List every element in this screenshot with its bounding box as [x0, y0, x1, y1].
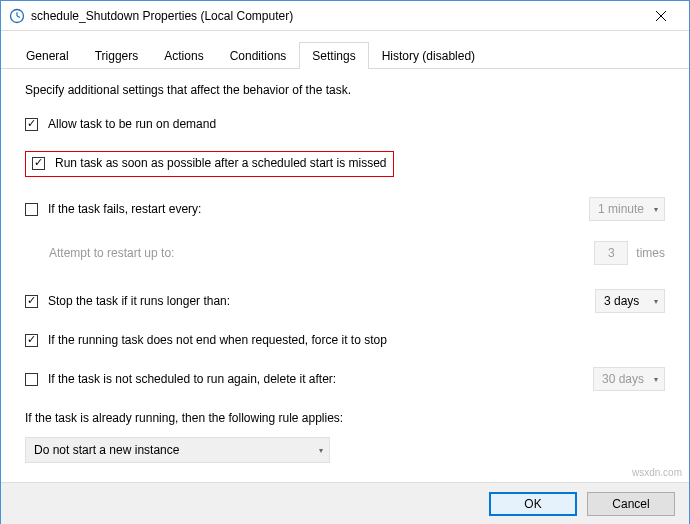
titlebar: schedule_Shutdown Properties (Local Comp…: [1, 1, 689, 31]
combo-delete-after-value: 30 days: [602, 372, 644, 386]
combo-delete-after[interactable]: 30 days ▾: [593, 367, 665, 391]
chevron-down-icon: ▾: [654, 205, 658, 214]
label-stop-if-longer: Stop the task if it runs longer than:: [48, 294, 230, 308]
tab-general[interactable]: General: [13, 42, 82, 69]
chevron-down-icon: ▾: [654, 375, 658, 384]
tab-actions[interactable]: Actions: [151, 42, 216, 69]
combo-stop-if-longer[interactable]: 3 days ▾: [595, 289, 665, 313]
label-times: times: [636, 246, 665, 260]
combo-run-rule-value: Do not start a new instance: [34, 443, 179, 457]
label-delete-after: If the task is not scheduled to run agai…: [48, 372, 336, 386]
checkbox-allow-on-demand[interactable]: [25, 118, 38, 131]
tab-triggers[interactable]: Triggers: [82, 42, 152, 69]
chevron-down-icon: ▾: [319, 446, 323, 455]
combo-restart-every-value: 1 minute: [598, 202, 644, 216]
combo-restart-every[interactable]: 1 minute ▾: [589, 197, 665, 221]
chevron-down-icon: ▾: [654, 297, 658, 306]
tab-history[interactable]: History (disabled): [369, 42, 488, 69]
tab-settings[interactable]: Settings: [299, 42, 368, 69]
label-force-stop: If the running task does not end when re…: [48, 333, 387, 347]
checkbox-run-after-missed[interactable]: [32, 157, 45, 170]
clock-icon: [9, 8, 25, 24]
dialog-footer: OK Cancel: [1, 482, 689, 524]
label-restart-every: If the task fails, restart every:: [48, 202, 201, 216]
ok-button[interactable]: OK: [489, 492, 577, 516]
close-icon: [656, 11, 666, 21]
combo-run-rule[interactable]: Do not start a new instance ▾: [25, 437, 330, 463]
settings-panel: Specify additional settings that affect …: [1, 69, 689, 463]
checkbox-stop-if-longer[interactable]: [25, 295, 38, 308]
combo-stop-if-longer-value: 3 days: [604, 294, 639, 308]
checkbox-force-stop[interactable]: [25, 334, 38, 347]
label-run-after-missed: Run task as soon as possible after a sch…: [55, 156, 387, 170]
spinner-attempt-count[interactable]: 3: [594, 241, 628, 265]
tab-bar: General Triggers Actions Conditions Sett…: [1, 31, 689, 69]
checkbox-delete-after[interactable]: [25, 373, 38, 386]
label-attempt-restart: Attempt to restart up to:: [49, 246, 174, 260]
cancel-button[interactable]: Cancel: [587, 492, 675, 516]
close-button[interactable]: [641, 1, 681, 31]
label-allow-on-demand: Allow task to be run on demand: [48, 117, 216, 131]
watermark: wsxdn.com: [632, 467, 682, 478]
label-already-running: If the task is already running, then the…: [25, 411, 343, 425]
intro-text: Specify additional settings that affect …: [25, 83, 351, 97]
window-title: schedule_Shutdown Properties (Local Comp…: [31, 9, 641, 23]
highlight-run-after-missed: Run task as soon as possible after a sch…: [25, 151, 394, 177]
checkbox-restart-every[interactable]: [25, 203, 38, 216]
tab-conditions[interactable]: Conditions: [217, 42, 300, 69]
